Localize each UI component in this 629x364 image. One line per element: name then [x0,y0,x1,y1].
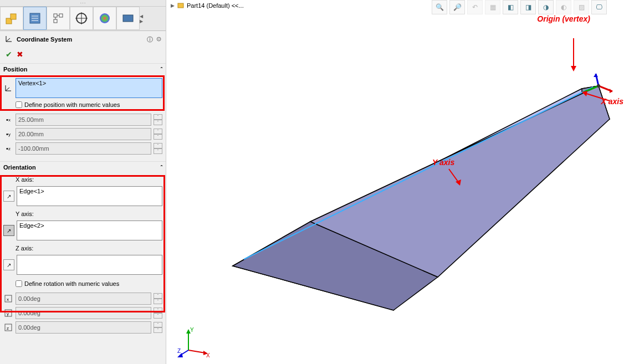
x-coord-icon: •x [3,115,13,125]
graphics-viewport[interactable]: ▶ Part14 (Default) <<... 🔍 🔎 ↶ ▦ ◧ ◨ ◑ ◐… [166,0,629,364]
svg-rect-6 [54,14,57,17]
coord-system-icon [4,34,13,44]
svg-text:x: x [7,297,9,302]
apply-scene-tool[interactable]: ▨ [574,0,589,14]
x-position-spinner[interactable]: ˆˇ [154,114,162,125]
x-axis-label: X axis: [3,174,162,184]
svg-line-44 [585,93,610,101]
svg-point-14 [100,13,110,23]
svg-rect-7 [59,14,63,17]
orientation-section-header[interactable]: Orientation ˆ [0,161,166,173]
svg-text:z: z [7,326,9,331]
breadcrumb-expand-icon[interactable]: ▶ [171,3,175,8]
x-position-input[interactable]: 25.00mm [16,114,151,126]
position-header-label: Position [3,66,27,73]
hide-show-tool[interactable]: ◑ [538,0,554,14]
ry-icon: y [3,308,13,318]
section-view-tool[interactable]: ▦ [485,0,500,14]
define-rotation-numeric-label: Define rotation with numeric values [24,280,119,287]
z-position-spinner[interactable]: ˆˇ [154,143,162,154]
edit-appearance-tool[interactable]: ◐ [556,0,571,14]
z-axis-label: Z axis: [3,243,162,253]
ry-input[interactable]: 0.00deg [16,307,151,319]
position-section-header[interactable]: Position ˆ [0,63,166,75]
ok-button[interactable]: ✔ [6,50,12,59]
collapse-caret-icon: ˆ [161,165,162,171]
svg-line-48 [188,350,205,353]
orientation-section-body: X axis: ↗ Edge<1> Y axis: ↗ Edge<2> Z ax… [0,173,166,340]
display-style-tool[interactable]: ◨ [520,0,536,14]
x-axis-arrow-annotation [579,89,612,105]
svg-point-41 [597,84,600,88]
tab-scroll-arrows[interactable]: ◀▶ [140,7,151,30]
target-icon [75,12,88,25]
define-rotation-numeric-checkbox[interactable] [16,280,22,287]
z-position-input[interactable]: -100.00mm [16,142,151,155]
svg-text:y: y [7,311,9,316]
display-manager-tab[interactable] [93,7,116,30]
breadcrumb[interactable]: ▶ Part14 (Default) <<... [171,1,244,10]
y-axis-arrow-annotation [443,166,466,188]
rz-icon: z [3,322,13,332]
svg-marker-45 [582,91,587,96]
feature-title-bar: Coordinate System ⓘ ⊙ [0,31,166,48]
property-manager-panel: ⋯ ◀▶ Coordinate System ⓘ ⊙ ✔ [0,0,166,364]
y-coord-icon: •y [3,129,13,139]
property-manager-tab[interactable] [23,7,47,30]
extra-manager-tab[interactable] [116,7,140,30]
zoom-area-tool[interactable]: 🔎 [449,0,465,14]
y-axis-selection-box[interactable]: Edge<2> [17,221,162,240]
heads-up-view-toolbar: 🔍 🔎 ↶ ▦ ◧ ◨ ◑ ◐ ▨ 🖵 [432,0,607,14]
rz-spinner[interactable]: ˆˇ [154,322,162,333]
svg-text:Z: Z [177,348,181,354]
svg-text:Y: Y [190,327,194,333]
rx-icon: x [3,294,13,304]
x-axis-flip-button[interactable]: ↗ [3,191,14,202]
y-axis-label: Y axis: [3,208,162,218]
cancel-button[interactable]: ✖ [17,50,23,59]
y-position-input[interactable]: 20.00mm [16,128,151,140]
y-axis-flip-button[interactable]: ↗ [3,225,14,236]
origin-annotation: Origin (vertex) [537,14,590,24]
appearance-icon [98,12,111,25]
position-section-body: Vertex<1> Define position with numeric v… [0,75,166,161]
svg-rect-8 [54,19,57,23]
origin-point-icon [3,83,13,93]
y-axis-annotation: Y axis [432,158,454,167]
ry-spinner[interactable]: ˆˇ [154,307,162,319]
reference-triad[interactable]: X Y Z [177,325,211,358]
view-settings-tool[interactable]: 🖵 [591,0,607,14]
rx-input[interactable]: 0.00deg [16,293,151,305]
z-axis-selection-box[interactable] [17,255,162,275]
define-position-numeric-checkbox[interactable] [16,101,22,108]
orientation-header-label: Orientation [3,164,36,171]
svg-line-46 [449,169,459,183]
feature-title: Coordinate System [17,36,72,43]
svg-text:X: X [206,352,210,358]
origin-arrow-annotation [562,35,585,74]
z-axis-flip-button[interactable]: ↗ [3,259,14,270]
rz-input[interactable]: 0.00deg [16,321,151,334]
help-icon[interactable]: ⓘ [147,35,153,44]
view-orientation-tool[interactable]: ◧ [503,0,518,14]
model-geometry[interactable] [200,55,629,332]
svg-marker-47 [456,180,461,186]
x-axis-selection-box[interactable]: Edge<1> [17,186,162,206]
previous-view-tool[interactable]: ↶ [467,0,483,14]
breadcrumb-part-name: Part14 (Default) <<... [187,2,244,9]
rx-spinner[interactable]: ˆˇ [154,293,162,304]
z-coord-icon: •z [3,143,13,153]
dimxpert-manager-tab[interactable] [70,7,93,30]
origin-selection-value: Vertex<1> [18,80,46,86]
panel-drag-handle[interactable]: ⋯ [0,0,166,7]
part-icon [177,1,185,10]
define-position-numeric-label: Define position with numeric values [24,101,120,108]
configuration-manager-tab[interactable] [47,7,70,30]
svg-marker-43 [571,66,576,71]
feature-manager-tab[interactable] [0,7,23,30]
y-position-spinner[interactable]: ˆˇ [154,129,162,140]
origin-selection-box[interactable]: Vertex<1> [16,78,162,98]
zoom-fit-tool[interactable]: 🔍 [432,0,447,14]
manager-tab-strip: ◀▶ [0,7,166,31]
pin-icon[interactable]: ⊙ [156,35,161,44]
